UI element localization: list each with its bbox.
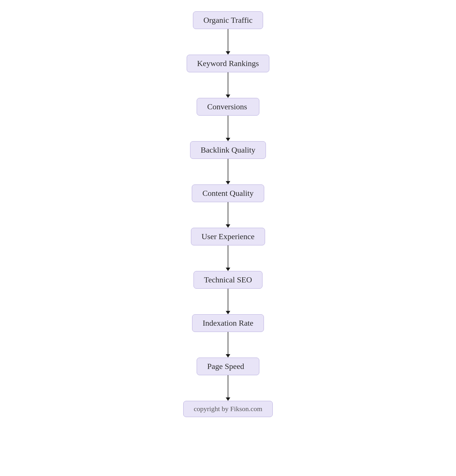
arrow-1 bbox=[226, 72, 230, 98]
arrow-head bbox=[226, 397, 230, 401]
arrow-3 bbox=[226, 159, 230, 184]
arrow-7 bbox=[226, 332, 230, 358]
arrow-head bbox=[226, 224, 230, 228]
arrow-line bbox=[228, 72, 228, 95]
arrow-head bbox=[226, 51, 230, 55]
arrow-line bbox=[228, 202, 228, 224]
flow-node-copyright: copyright by Fikson.com bbox=[183, 401, 273, 417]
arrow-8 bbox=[226, 375, 230, 401]
arrow-line bbox=[228, 289, 228, 311]
arrow-line bbox=[228, 375, 228, 397]
arrow-2 bbox=[226, 116, 230, 141]
arrow-head bbox=[226, 138, 230, 141]
flow-node-technical-seo: Technical SEO bbox=[194, 271, 262, 289]
arrow-6 bbox=[226, 289, 230, 314]
arrow-head bbox=[226, 181, 230, 184]
arrow-head bbox=[226, 268, 230, 271]
flow-node-organic-traffic: Organic Traffic bbox=[193, 11, 263, 29]
arrow-head bbox=[226, 95, 230, 98]
arrow-line bbox=[228, 29, 228, 51]
flow-node-content-quality: Content Quality bbox=[192, 184, 264, 202]
arrow-0 bbox=[226, 29, 230, 55]
arrow-line bbox=[228, 332, 228, 354]
flow-node-user-experience: User Experience bbox=[191, 228, 265, 245]
flowchart: Organic TrafficKeyword RankingsConversio… bbox=[0, 0, 456, 428]
arrow-line bbox=[228, 159, 228, 181]
arrow-head bbox=[226, 354, 230, 358]
arrow-line bbox=[228, 245, 228, 268]
flow-node-backlink-quality: Backlink Quality bbox=[190, 141, 266, 159]
flow-node-page-speed: Page Speed bbox=[197, 358, 259, 375]
flow-node-indexation-rate: Indexation Rate bbox=[192, 314, 264, 332]
flow-node-keyword-rankings: Keyword Rankings bbox=[187, 55, 270, 72]
arrow-4 bbox=[226, 202, 230, 228]
arrow-head bbox=[226, 311, 230, 314]
arrow-line bbox=[228, 116, 228, 138]
arrow-5 bbox=[226, 245, 230, 271]
flow-node-conversions: Conversions bbox=[197, 98, 259, 116]
